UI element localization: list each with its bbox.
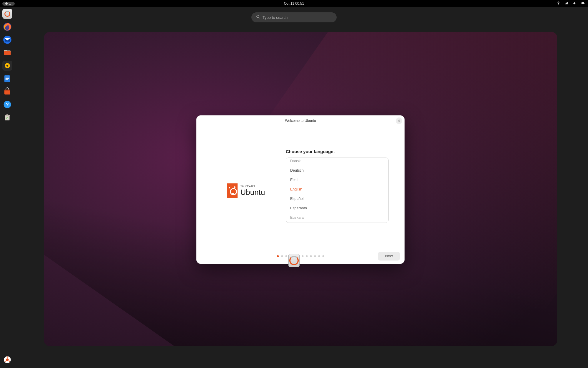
language-option[interactable]: Eesti [286, 175, 388, 185]
language-option[interactable]: English [286, 185, 388, 194]
close-icon: ✕ [397, 119, 400, 123]
step-indicator [277, 255, 324, 257]
svg-point-9 [6, 65, 8, 67]
svg-rect-11 [6, 77, 9, 77]
libreoffice-writer-icon[interactable] [2, 74, 12, 84]
installer-task-icon[interactable] [288, 254, 300, 267]
installer-icon[interactable] [2, 9, 12, 19]
power-icon[interactable] [581, 1, 585, 6]
language-option[interactable]: Esperanto [286, 203, 388, 213]
step-dot [277, 255, 279, 257]
activities-search[interactable] [251, 12, 337, 22]
svg-point-23 [6, 358, 9, 361]
language-option[interactable]: Euskara [286, 213, 388, 220]
ubuntu-logo: 20 YEARS Ubuntu [227, 183, 265, 198]
svg-rect-7 [4, 51, 11, 55]
language-list[interactable]: DanskDeutschEestiEnglishEspañolEsperanto… [286, 158, 389, 223]
files-icon[interactable] [2, 48, 12, 58]
search-icon [256, 15, 260, 20]
svg-point-0 [558, 1, 559, 2]
step-dot [314, 255, 316, 257]
a11y-icon[interactable] [556, 1, 560, 6]
step-dot [323, 255, 324, 257]
language-option[interactable]: Dansk [286, 158, 388, 166]
rhythmbox-icon[interactable] [2, 61, 12, 71]
svg-text:?: ? [6, 102, 9, 107]
step-dot [281, 255, 283, 257]
svg-point-25 [9, 361, 10, 362]
next-button[interactable]: Next [378, 252, 400, 261]
choose-language-heading: Choose your language: [286, 149, 389, 154]
dock: ? [1, 7, 14, 368]
svg-rect-20 [6, 114, 8, 115]
help-icon[interactable]: ? [2, 100, 12, 110]
trash-icon[interactable] [2, 112, 12, 122]
brand-tagline: 20 YEARS [240, 185, 265, 188]
activities-pill[interactable] [2, 2, 15, 6]
installer-titlebar: Welcome to Ubuntu ✕ [196, 115, 405, 126]
svg-point-24 [7, 357, 8, 358]
language-option[interactable]: Deutsch [286, 166, 388, 175]
step-dot [285, 255, 287, 257]
top-bar: Oct 11 00:51 [0, 0, 588, 7]
step-dot [306, 255, 308, 257]
show-apps-button[interactable] [2, 354, 13, 365]
brand-name: Ubuntu [240, 188, 265, 197]
svg-rect-1 [582, 2, 584, 4]
svg-rect-2 [584, 3, 584, 3]
step-dot [310, 255, 312, 257]
search-input[interactable] [263, 15, 332, 20]
svg-rect-13 [6, 79, 8, 80]
step-dot [302, 255, 304, 257]
installer-window: Welcome to Ubuntu ✕ 20 YEARS Ubuntu Choo… [196, 115, 405, 264]
network-icon[interactable] [564, 1, 569, 6]
svg-rect-6 [4, 50, 7, 51]
close-button[interactable]: ✕ [396, 117, 402, 124]
ubuntu-circle-icon [227, 183, 238, 198]
firefox-icon[interactable] [2, 22, 12, 32]
language-option[interactable]: Español [286, 194, 388, 203]
software-store-icon[interactable] [2, 87, 12, 97]
svg-rect-12 [6, 78, 9, 79]
svg-point-26 [4, 361, 6, 362]
thunderbird-icon[interactable] [2, 35, 12, 45]
clock[interactable]: Oct 11 00:51 [284, 1, 304, 6]
step-dot [318, 255, 320, 257]
installer-title: Welcome to Ubuntu [285, 119, 316, 123]
volume-icon[interactable] [573, 1, 577, 6]
svg-rect-15 [4, 90, 10, 91]
